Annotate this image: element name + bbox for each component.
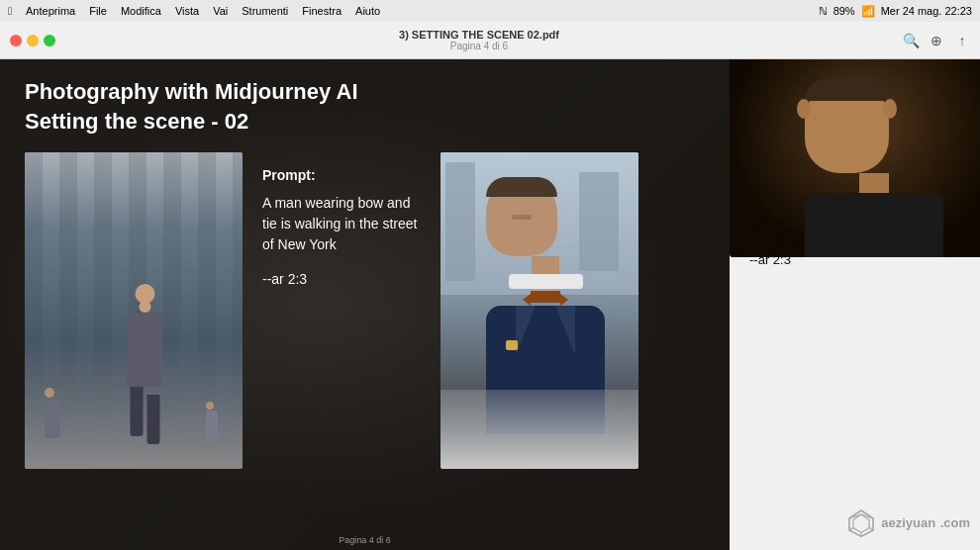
bg-person-2 (206, 402, 218, 441)
share-icon[interactable]: ↑ (954, 33, 970, 48)
left-street-image (25, 152, 243, 469)
bldg-1 (445, 162, 475, 281)
slide-title-line2: Setting the scene - 02 (25, 109, 705, 135)
man-legs (130, 387, 159, 444)
app-title: 3) SETTING THE SCENE 02.pdf Pagina 4 di … (63, 29, 895, 51)
search-icon[interactable]: 🔍 (903, 33, 919, 48)
menu-vista[interactable]: Vista (175, 5, 199, 17)
neck (532, 256, 559, 274)
maximize-button[interactable] (44, 35, 55, 46)
man-neck (139, 301, 150, 313)
closeup-head (486, 177, 557, 256)
watermark-text: aeziyuan .com (881, 513, 970, 531)
pocket-square (506, 340, 518, 350)
datetime: Mer 24 mag. 22:23 (881, 5, 972, 17)
hair (486, 177, 557, 197)
street-bottom (441, 390, 638, 469)
watermark-logo-icon (845, 506, 877, 538)
svg-marker-1 (853, 514, 869, 532)
menu-aiuto[interactable]: Aiuto (355, 5, 380, 17)
ear-right (883, 99, 897, 119)
menu-file[interactable]: File (89, 5, 107, 17)
menu-strumenti[interactable]: Strumenti (242, 5, 288, 17)
slide-title-line1: Photography with Midjourney AI (25, 79, 705, 105)
slide-content: Photography with Midjourney AI Setting t… (0, 59, 730, 550)
menu-modifica[interactable]: Modifica (121, 5, 161, 17)
app-chrome: 3) SETTING THE SCENE 02.pdf Pagina 4 di … (0, 22, 980, 59)
doc-title: 3) SETTING THE SCENE 02.pdf (63, 29, 895, 41)
presenter-hair (805, 79, 889, 101)
pdf-area: Photography with Midjourney AI Setting t… (0, 59, 730, 550)
left-prompt-text: A man wearing bow and tie is walking in … (262, 193, 421, 255)
app-name[interactable]: Anteprima (26, 5, 75, 17)
bluetooth-icon: ℕ (819, 5, 828, 18)
webcam-overlay (730, 59, 980, 257)
presenter-neck (859, 173, 889, 193)
menu-vai[interactable]: Vai (213, 5, 228, 17)
presenter-figure (805, 79, 943, 257)
menu-bar-right: ℕ 89% 📶 Mer 24 mag. 22:23 (819, 5, 972, 18)
close-button[interactable] (10, 35, 22, 46)
lapel-right (555, 306, 575, 355)
man-suit (128, 313, 162, 387)
traffic-lights (10, 35, 55, 46)
bow-tie (531, 291, 560, 303)
apple-menu[interactable]:  (8, 5, 12, 17)
man-walking-figure (128, 284, 162, 444)
zoom-in-icon[interactable]: ⊕ (929, 33, 944, 48)
wifi-icon: 📶 (861, 5, 875, 18)
right-closeup-image (441, 152, 638, 469)
lapel-left (516, 306, 536, 355)
webcam-feed (730, 59, 980, 257)
bg-person-1 (45, 388, 60, 439)
toolbar-icons: 🔍 ⊕ ↑ (903, 33, 970, 48)
battery-percent: 89% (833, 5, 855, 17)
minimize-button[interactable] (27, 35, 39, 46)
eyebrow-area (512, 215, 532, 220)
menu-bar-left:  Anteprima File Modifica Vista Vai Stru… (8, 5, 380, 17)
menu-bar:  Anteprima File Modifica Vista Vai Stru… (0, 0, 980, 22)
doc-page: Pagina 4 di 6 (63, 41, 895, 51)
menu-finestra[interactable]: Finestra (302, 5, 342, 17)
main-content: Photography with Midjourney AI Setting t… (0, 59, 980, 550)
presenter-shirt (805, 193, 943, 257)
left-ar-text: --ar 2:3 (262, 271, 421, 287)
slide-body: Prompt: A man wearing bow and tie is wal… (25, 152, 705, 514)
ear-left (797, 99, 811, 119)
presenter-head (805, 79, 889, 173)
watermark: aeziyuan .com (845, 506, 970, 538)
shirt-collar (509, 274, 583, 289)
center-prompt-area: Prompt: A man wearing bow and tie is wal… (243, 152, 441, 514)
left-prompt-label: Prompt: (262, 167, 421, 183)
